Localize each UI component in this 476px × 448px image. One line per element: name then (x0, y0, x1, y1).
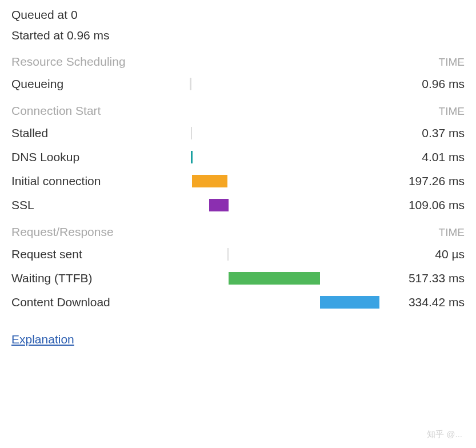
row-waiting: Waiting (TTFB) 517.33 ms (11, 271, 465, 286)
bar-container-initial-connection (183, 175, 385, 187)
section-title-connection-start: Connection Start (11, 104, 101, 118)
row-content-download: Content Download 334.42 ms (11, 295, 465, 310)
label-stalled: Stalled (11, 126, 183, 140)
bar-container-stalled (183, 127, 385, 139)
row-request-sent: Request sent 40 µs (11, 247, 465, 262)
label-dns: DNS Lookup (11, 150, 183, 164)
value-initial-connection: 197.26 ms (385, 174, 465, 188)
bar-container-dns (183, 151, 385, 163)
value-request-sent: 40 µs (385, 247, 465, 261)
bar-dns (191, 151, 193, 163)
time-header: TIME (439, 226, 465, 239)
explanation-link[interactable]: Explanation (11, 333, 74, 346)
label-waiting: Waiting (TTFB) (11, 271, 183, 285)
section-title-request-response: Request/Response (11, 225, 114, 239)
value-stalled: 0.37 ms (385, 126, 465, 140)
section-title-resource-scheduling: Resource Scheduling (11, 55, 126, 69)
row-initial-connection: Initial connection 197.26 ms (11, 174, 465, 189)
bar-container-content-download (183, 296, 385, 309)
bar-queueing (190, 78, 191, 90)
value-queueing: 0.96 ms (385, 77, 465, 91)
label-content-download: Content Download (11, 295, 183, 309)
value-waiting: 517.33 ms (385, 271, 465, 285)
bar-stalled (191, 127, 192, 139)
value-content-download: 334.42 ms (385, 295, 465, 309)
bar-container-ssl (183, 199, 385, 211)
bar-container-request-sent (183, 248, 385, 261)
value-ssl: 109.06 ms (385, 198, 465, 212)
section-request-response: Request/Response TIME Request sent 40 µs… (11, 225, 465, 310)
section-resource-scheduling: Resource Scheduling TIME Queueing 0.96 m… (11, 55, 465, 91)
row-stalled: Stalled 0.37 ms (11, 126, 465, 141)
row-dns-lookup: DNS Lookup 4.01 ms (11, 150, 465, 165)
value-dns: 4.01 ms (385, 150, 465, 164)
bar-ssl (209, 199, 229, 211)
bar-container-queueing (183, 78, 385, 90)
bar-content-download (320, 296, 379, 309)
bar-request-sent (227, 248, 229, 261)
bar-initial-connection (192, 175, 227, 187)
bar-waiting (229, 272, 320, 285)
section-connection-start: Connection Start TIME Stalled 0.37 ms DN… (11, 104, 465, 213)
started-at-text: Started at 0.96 ms (11, 29, 465, 42)
row-ssl: SSL 109.06 ms (11, 198, 465, 213)
label-request-sent: Request sent (11, 247, 183, 261)
time-header: TIME (439, 105, 465, 118)
label-queueing: Queueing (11, 77, 183, 91)
label-ssl: SSL (11, 198, 183, 212)
queued-at-text: Queued at 0 (11, 8, 465, 22)
label-initial-connection: Initial connection (11, 174, 183, 188)
time-header: TIME (439, 56, 465, 69)
bar-container-waiting (183, 272, 385, 285)
row-queueing: Queueing 0.96 ms (11, 77, 465, 91)
